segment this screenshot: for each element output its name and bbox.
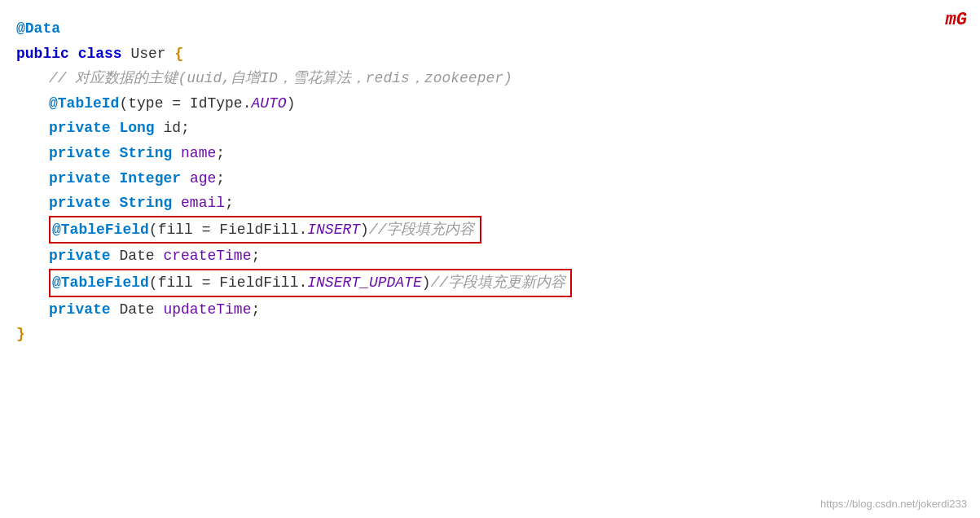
tf1-close: ) — [360, 217, 369, 243]
keyword-class: class — [78, 42, 122, 67]
tf2-close: ) — [422, 270, 431, 296]
close-brace: } — [16, 322, 25, 347]
field-id: id; — [155, 116, 190, 141]
code-container: mG @Data public class User { // 对应数据的主键(… — [0, 0, 980, 518]
type-long: Long — [119, 116, 154, 141]
field-email — [172, 191, 181, 216]
kw-private-5: private — [49, 244, 111, 269]
watermark-text: https://blog.csdn.net/jokerdi233 — [820, 498, 967, 510]
field-age-val: age — [190, 166, 216, 191]
kw-private-2: private — [49, 141, 111, 166]
annotation-tablefield-1: @TableField — [52, 217, 149, 243]
semi-2: ; — [216, 166, 225, 191]
sp8: Date — [111, 297, 164, 323]
semi-1: ; — [216, 141, 225, 166]
tf2-open: (fill = FieldFill. — [149, 270, 307, 296]
semi-5: ; — [251, 297, 260, 323]
fieldfill-insert: INSERT — [307, 217, 360, 243]
code-line-10: private Date createTime ; — [49, 244, 964, 269]
annotation-data: @Data — [16, 16, 60, 42]
field-age — [181, 166, 190, 191]
box-insert: @TableField (fill = FieldFill. INSERT ) … — [49, 216, 481, 244]
class-name: User — [130, 42, 174, 67]
code-line-12: private Date updateTime ; — [49, 297, 964, 323]
sp4 — [111, 141, 120, 166]
field-createtime: createTime — [163, 244, 251, 269]
comment-insert-update: //字段填充更新内容 — [431, 270, 566, 296]
fieldfill-insert-update: INSERT_UPDATE — [307, 270, 421, 296]
open-brace: { — [174, 42, 183, 67]
tableid-open: (type = IdType. — [119, 91, 251, 116]
code-line-6: private String name ; — [49, 141, 964, 166]
sp7: Date — [111, 244, 164, 269]
code-line-11: @TableField (fill = FieldFill. INSERT_UP… — [49, 269, 964, 297]
code-block: @Data public class User { // 对应数据的主键(uui… — [16, 16, 964, 347]
kw-private-3: private — [49, 166, 111, 191]
kw-private-1: private — [49, 116, 111, 141]
code-line-13: } — [16, 322, 964, 347]
code-line-3: // 对应数据的主键(uuid,自增ID，雪花算法，redis，zookeepe… — [49, 66, 964, 91]
field-updatetime: updateTime — [163, 297, 251, 323]
type-string-1: String — [119, 141, 172, 166]
semi-4: ; — [251, 244, 260, 269]
code-line-9: @TableField (fill = FieldFill. INSERT ) … — [49, 216, 964, 244]
kw-private-6: private — [49, 297, 111, 323]
keyword-public: public — [16, 42, 69, 67]
code-line-8: private String email ; — [49, 191, 964, 216]
type-integer: Integer — [119, 166, 181, 191]
idtype-auto: AUTO — [251, 91, 286, 116]
code-line-5: private Long id; — [49, 116, 964, 141]
code-line-7: private Integer age ; — [49, 166, 964, 191]
code-line-1: @Data — [16, 16, 964, 42]
code-line-2: public class User { — [16, 42, 964, 67]
comment-primary-key: // 对应数据的主键(uuid,自增ID，雪花算法，redis，zookeepe… — [49, 66, 512, 91]
sp6 — [111, 191, 120, 216]
kw-private-4: private — [49, 191, 111, 216]
code-line-4: @TableId (type = IdType. AUTO ) — [49, 91, 964, 116]
annotation-tableid: @TableId — [49, 91, 119, 116]
field-name — [172, 141, 181, 166]
tf1-open: (fill = FieldFill. — [149, 217, 307, 243]
comment-insert: //字段填充内容 — [369, 217, 475, 243]
space2 — [122, 42, 131, 67]
semi-3: ; — [225, 191, 234, 216]
box-insert-update: @TableField (fill = FieldFill. INSERT_UP… — [49, 269, 572, 297]
field-email-val: email — [181, 191, 225, 216]
field-name-val: name — [181, 141, 216, 166]
sp5 — [111, 166, 120, 191]
sp3 — [111, 116, 120, 141]
type-string-2: String — [119, 191, 172, 216]
space1 — [69, 42, 78, 67]
tableid-close: ) — [287, 91, 296, 116]
annotation-tablefield-2: @TableField — [52, 270, 149, 296]
